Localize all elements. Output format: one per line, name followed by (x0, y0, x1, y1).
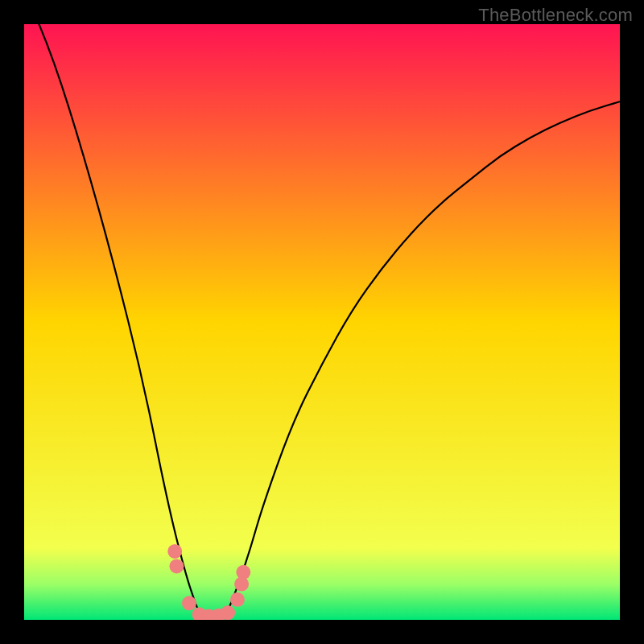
watermark-text: TheBottleneck.com (478, 5, 633, 26)
marker-dot (182, 596, 196, 610)
marker-dot (236, 565, 250, 580)
chart-background (24, 24, 620, 620)
marker-dot (230, 592, 245, 607)
marker-dot (169, 559, 184, 573)
chart-svg (24, 24, 620, 620)
marker-dot (167, 544, 182, 559)
chart-plot-area (24, 24, 620, 620)
marker-dot (221, 605, 235, 620)
